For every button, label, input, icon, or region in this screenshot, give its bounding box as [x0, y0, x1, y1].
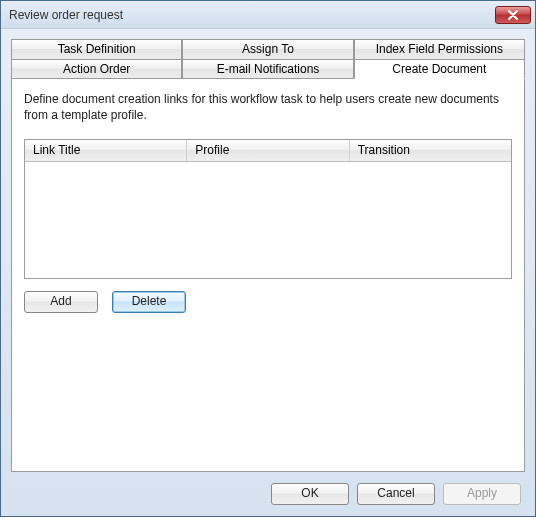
tab-row-upper: Task Definition Assign To Index Field Pe… [11, 39, 525, 59]
ok-button[interactable]: OK [271, 483, 349, 505]
tab-create-document[interactable]: Create Document [354, 59, 525, 79]
tab-row-lower: Action Order E-mail Notifications Create… [11, 59, 525, 79]
grid-col-link-title[interactable]: Link Title [25, 140, 187, 161]
dialog-window: Review order request Task Definition Ass… [0, 0, 536, 517]
tab-strip: Task Definition Assign To Index Field Pe… [11, 39, 525, 79]
panel-description: Define document creation links for this … [24, 91, 512, 123]
close-button[interactable] [495, 6, 531, 24]
links-grid[interactable]: Link Title Profile Transition [24, 139, 512, 279]
close-icon [508, 10, 518, 20]
apply-button: Apply [443, 483, 521, 505]
titlebar: Review order request [1, 1, 535, 29]
add-button[interactable]: Add [24, 291, 98, 313]
tab-assign-to[interactable]: Assign To [182, 39, 353, 59]
tab-panel-create-document: Define document creation links for this … [11, 78, 525, 472]
window-title: Review order request [9, 8, 495, 22]
tab-index-field-permissions[interactable]: Index Field Permissions [354, 39, 525, 59]
tab-email-notifications[interactable]: E-mail Notifications [182, 59, 353, 79]
grid-col-transition[interactable]: Transition [350, 140, 511, 161]
cancel-button[interactable]: Cancel [357, 483, 435, 505]
grid-header: Link Title Profile Transition [25, 140, 511, 162]
delete-button[interactable]: Delete [112, 291, 186, 313]
grid-body[interactable] [25, 162, 511, 278]
grid-buttons: Add Delete [24, 291, 512, 313]
content-area: Task Definition Assign To Index Field Pe… [1, 29, 535, 472]
tab-task-definition[interactable]: Task Definition [11, 39, 182, 59]
grid-col-profile[interactable]: Profile [187, 140, 349, 161]
dialog-footer: OK Cancel Apply [1, 472, 535, 516]
tab-action-order[interactable]: Action Order [11, 59, 182, 79]
